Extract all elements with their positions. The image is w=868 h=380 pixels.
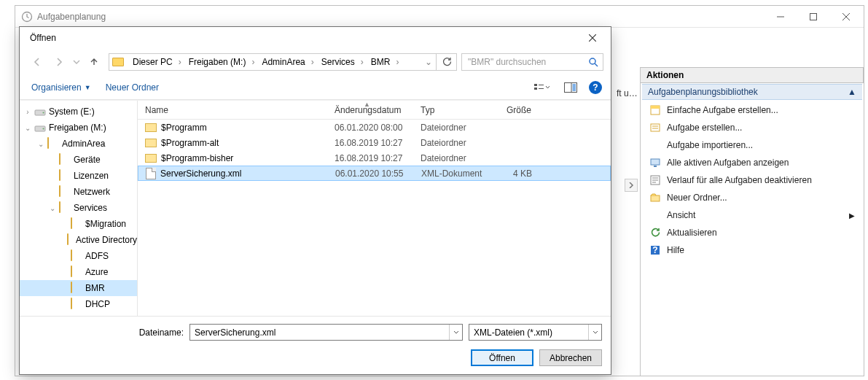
tree-item-label: System (E:)	[49, 106, 95, 117]
actions-panel-header: Aktionen	[641, 67, 864, 83]
tree-item[interactable]: Netzwerk	[20, 184, 137, 200]
tree-item-label: DHCP	[85, 299, 110, 309]
tree-item[interactable]: Geräte	[20, 152, 137, 168]
action-item[interactable]: Aufgabe erstellen...	[641, 119, 864, 136]
tree-expand-icon[interactable]: ⌄	[24, 124, 31, 132]
folder-tree[interactable]: ›System (E:)⌄Freigaben (M:)⌄AdminAreaGer…	[20, 101, 138, 316]
chevron-right-icon[interactable]: ›	[310, 57, 316, 67]
action-item[interactable]: Verlauf für alle Aufgaben deaktivieren	[641, 171, 864, 189]
action-item[interactable]: Aufgabe importieren...	[641, 136, 864, 154]
tree-item[interactable]: ⌄AdminArea	[20, 136, 137, 152]
file-row[interactable]: ServerSicherung.xml06.01.2020 10:55XML-D…	[138, 166, 611, 181]
up-button[interactable]	[84, 53, 104, 71]
tree-item[interactable]: $Migration	[20, 216, 137, 232]
file-size: 4 KB	[494, 168, 547, 179]
tree-item[interactable]: BMR	[20, 280, 137, 296]
file-row[interactable]: $Programm-bisher16.08.2019 10:27Dateiord…	[138, 150, 611, 166]
refresh-button[interactable]	[436, 53, 456, 71]
chevron-right-icon[interactable]: ›	[250, 57, 256, 67]
filetype-label: XML-Dateien (*.xml)	[474, 327, 588, 338]
search-input[interactable]	[466, 56, 588, 68]
svg-rect-8	[651, 159, 660, 165]
file-row[interactable]: $Programm-alt16.08.2019 10:27Dateiordner	[138, 135, 611, 150]
file-row[interactable]: $Programm06.01.2020 08:00Dateiordner	[138, 120, 611, 135]
cancel-button[interactable]: Abbrechen	[539, 349, 602, 366]
tree-item-label: BMR	[85, 283, 105, 293]
back-button[interactable]	[27, 53, 47, 71]
column-modified[interactable]: Änderungsdatum	[327, 101, 413, 119]
help-button[interactable]: ?	[589, 81, 602, 94]
tree-item[interactable]: ›System (E:)	[20, 104, 137, 120]
actions-section-header[interactable]: Aufgabenplanungsbibliothek ▲	[642, 84, 862, 100]
actions-section-label: Aufgabenplanungsbibliothek	[648, 87, 758, 97]
column-size[interactable]: Größe	[493, 101, 546, 119]
folder-icon	[59, 186, 71, 198]
recent-locations-button[interactable]	[71, 53, 82, 71]
filename-combobox[interactable]	[189, 324, 463, 341]
svg-point-26	[43, 128, 44, 130]
tree-item[interactable]: DHCP	[20, 296, 137, 312]
new-folder-button[interactable]: Neuer Ordner	[100, 80, 165, 96]
tree-expand-icon[interactable]: ›	[24, 108, 31, 116]
filetype-combobox[interactable]: XML-Dateien (*.xml)	[469, 324, 602, 341]
action-item[interactable]: Aktualisieren	[641, 224, 864, 241]
file-mod: 16.08.2019 10:27	[327, 138, 413, 148]
tree-expand-icon[interactable]: ⌄	[49, 204, 56, 212]
breadcrumb-segment[interactable]: Freigaben (M:)	[183, 57, 251, 67]
action-label: Aufgabe importieren...	[667, 140, 753, 150]
breadcrumb-segment[interactable]: Dieser PC	[127, 57, 177, 67]
history-icon	[649, 174, 661, 186]
file-name: ServerSicherung.xml	[160, 168, 241, 179]
maximize-button[interactable]	[797, 6, 829, 27]
close-button[interactable]	[829, 6, 862, 27]
column-type[interactable]: Typ	[413, 101, 493, 119]
folder-icon	[71, 282, 82, 294]
address-dropdown-button[interactable]: ⌄	[421, 57, 436, 67]
chevron-right-icon[interactable]: ›	[359, 57, 365, 67]
chevron-right-icon[interactable]: ›	[394, 57, 400, 67]
tree-expand-icon[interactable]: ⌄	[37, 140, 44, 148]
tree-item[interactable]: ADFS	[20, 248, 137, 264]
breadcrumb-segment[interactable]: BMR	[365, 57, 395, 67]
scroll-right-button[interactable]	[625, 179, 638, 192]
tree-item[interactable]: Active Directory	[20, 232, 137, 248]
submenu-arrow-icon: ▶	[849, 212, 855, 220]
none-icon	[649, 139, 661, 151]
drive-icon	[34, 106, 46, 117]
breadcrumb-segment[interactable]: AdminArea	[256, 57, 309, 67]
action-item[interactable]: ?Hilfe	[641, 241, 864, 259]
dialog-close-button[interactable]	[582, 34, 603, 42]
file-list: ▲ Name Änderungsdatum Typ Größe $Program…	[138, 101, 611, 316]
display-icon	[649, 157, 661, 168]
address-bar[interactable]: Dieser PC›Freigaben (M:)›AdminArea›Servi…	[109, 53, 457, 71]
preview-pane-button[interactable]	[560, 80, 582, 96]
forward-button[interactable]	[49, 53, 69, 71]
collapse-icon: ▲	[848, 87, 856, 97]
view-options-button[interactable]	[531, 80, 552, 96]
tree-item[interactable]: Azure	[20, 264, 137, 280]
tree-item[interactable]: ⌄Services	[20, 200, 137, 216]
filetype-dropdown-button[interactable]	[588, 325, 601, 340]
help-icon: ?	[649, 244, 661, 256]
column-name[interactable]: Name	[138, 101, 327, 119]
filename-input[interactable]	[190, 327, 449, 338]
action-item[interactable]: Neuer Ordner...	[641, 189, 864, 206]
search-box[interactable]	[461, 53, 603, 71]
task-scheduler-titlebar: Aufgabenplanung	[15, 6, 864, 28]
action-item[interactable]: Einfache Aufgabe erstellen...	[641, 101, 864, 119]
tree-item[interactable]: Lizenzen	[20, 168, 137, 184]
chevron-down-icon: ▼	[85, 84, 91, 91]
organize-button[interactable]: Organisieren ▼	[26, 80, 97, 96]
breadcrumb-segment[interactable]: Services	[316, 57, 359, 67]
tree-item-label: Azure	[85, 267, 108, 277]
svg-point-14	[590, 58, 595, 64]
action-item[interactable]: Ansicht▶	[641, 206, 864, 224]
open-button[interactable]: Öffnen	[471, 349, 533, 366]
action-item[interactable]: Alle aktiven Aufgaben anzeigen	[641, 154, 864, 171]
filename-dropdown-button[interactable]	[449, 325, 462, 340]
folder-icon	[145, 154, 157, 163]
svg-text:?: ?	[652, 245, 657, 255]
chevron-right-icon[interactable]: ›	[177, 57, 183, 67]
minimize-button[interactable]	[764, 6, 797, 27]
tree-item[interactable]: ⌄Freigaben (M:)	[20, 120, 137, 136]
